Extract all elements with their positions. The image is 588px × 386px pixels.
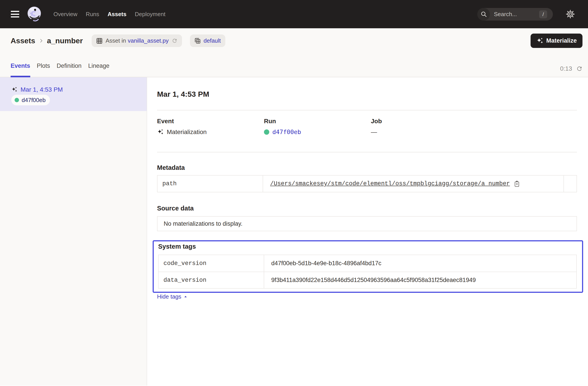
repo-chip-label[interactable]: default <box>204 37 221 44</box>
materialize-label: Materialize <box>546 37 577 44</box>
top-nav: Overview Runs Assets Deployment / <box>0 0 588 28</box>
run-chip[interactable]: d47f00eb <box>11 95 50 105</box>
search-box[interactable]: / <box>477 8 553 20</box>
table-row: data_version 9f3b411a390fd22e158d446d5d1… <box>159 272 576 288</box>
asset-chip-prefix: Asset in <box>105 37 126 44</box>
nav-right-zone: / <box>477 0 588 28</box>
metadata-heading: Metadata <box>157 164 588 171</box>
search-input[interactable] <box>494 11 534 18</box>
job-value: — <box>371 128 377 136</box>
sparkle-icon <box>157 129 164 135</box>
chevron-right-icon <box>39 38 44 43</box>
job-column-label: Job <box>371 118 478 125</box>
copy-icon[interactable] <box>514 181 520 187</box>
tab-lineage[interactable]: Lineage <box>88 63 109 77</box>
nav-item-assets[interactable]: Assets <box>107 11 126 18</box>
tag-value: 9f3b411a390fd22e158d446d5d12504963596aa6… <box>264 272 576 288</box>
source-data-heading: Source data <box>157 204 588 212</box>
system-tags-heading: System tags <box>158 243 577 250</box>
repo-icon <box>194 38 201 44</box>
page-header: Assets a_number Asset in vanilla_asset.p… <box>0 28 588 77</box>
tag-value: d47f00eb-5d1b-4e9e-b18c-4896af4bd17c <box>264 255 576 272</box>
metadata-key: path <box>157 176 263 192</box>
dagster-logo[interactable] <box>26 6 42 22</box>
run-status-dot <box>264 129 269 135</box>
materialize-button[interactable]: Materialize <box>531 34 583 48</box>
nav-item-deployment[interactable]: Deployment <box>135 11 166 18</box>
tag-key: data_version <box>159 272 264 288</box>
run-status-dot <box>15 98 19 102</box>
gear-icon[interactable] <box>565 8 576 20</box>
system-tags-table: code_version d47f00eb-5d1b-4e9e-b18c-489… <box>158 255 577 289</box>
source-data-empty-message: No materializations to display. <box>164 220 243 227</box>
tab-events[interactable]: Events <box>11 63 30 77</box>
tab-definition[interactable]: Definition <box>57 63 82 77</box>
source-data-empty: No materializations to display. <box>157 216 577 231</box>
run-chip-id: d47f00eb <box>22 97 45 103</box>
sparkle-icon <box>536 37 543 44</box>
main-nav-links: Overview Runs Assets Deployment <box>53 11 166 18</box>
reload-icon[interactable] <box>172 38 178 44</box>
hide-tags-label: Hide tags <box>157 293 181 300</box>
asset-definition-chip[interactable]: Asset in vanilla_asset.py <box>92 34 182 47</box>
refresh-icon[interactable] <box>576 65 583 72</box>
hamburger-menu-icon[interactable] <box>11 11 19 18</box>
breadcrumb-asset-name: a_number <box>47 37 83 45</box>
hide-tags-link[interactable]: Hide tags <box>157 293 188 300</box>
grid-icon <box>96 38 103 44</box>
event-detail-panel: Mar 1, 4:53 PM Event Materialization Run <box>147 77 588 386</box>
nav-item-runs[interactable]: Runs <box>86 11 99 18</box>
table-row: path /Users/smackesey/stm/code/elementl/… <box>157 176 577 192</box>
run-column-label: Run <box>264 118 371 125</box>
event-column-label: Event <box>157 118 264 125</box>
metadata-action-cell <box>564 176 577 192</box>
refresh-countdown: 0:13 <box>560 65 572 72</box>
event-title: Mar 1, 4:53 PM <box>157 90 588 99</box>
nav-item-overview[interactable]: Overview <box>53 11 77 18</box>
sparkle-icon <box>11 87 18 93</box>
asset-chip-file-link[interactable]: vanilla_asset.py <box>128 37 169 44</box>
search-shortcut-key: / <box>539 10 547 18</box>
events-sidebar: Mar 1, 4:53 PM d47f00eb <box>0 77 147 386</box>
search-icon <box>477 8 490 20</box>
tab-plots[interactable]: Plots <box>37 63 50 77</box>
breadcrumb-assets[interactable]: Assets <box>11 37 35 45</box>
metadata-path-link[interactable]: /Users/smackesey/stm/code/elementl/oss/t… <box>270 181 510 187</box>
caret-up-icon <box>184 295 188 299</box>
event-type-value: Materialization <box>167 128 207 136</box>
repository-chip[interactable]: default <box>190 34 225 47</box>
system-tags-section: System tags code_version d47f00eb-5d1b-4… <box>153 240 583 293</box>
tag-key: code_version <box>159 255 264 272</box>
event-list-item[interactable]: Mar 1, 4:53 PM d47f00eb <box>0 77 147 111</box>
event-timestamp[interactable]: Mar 1, 4:53 PM <box>21 86 63 93</box>
metadata-table: path /Users/smackesey/stm/code/elementl/… <box>157 175 577 192</box>
table-row: code_version d47f00eb-5d1b-4e9e-b18c-489… <box>159 255 576 272</box>
asset-tabs: Events Plots Definition Lineage <box>11 63 109 77</box>
run-id-link[interactable]: d47f00eb <box>272 128 301 135</box>
